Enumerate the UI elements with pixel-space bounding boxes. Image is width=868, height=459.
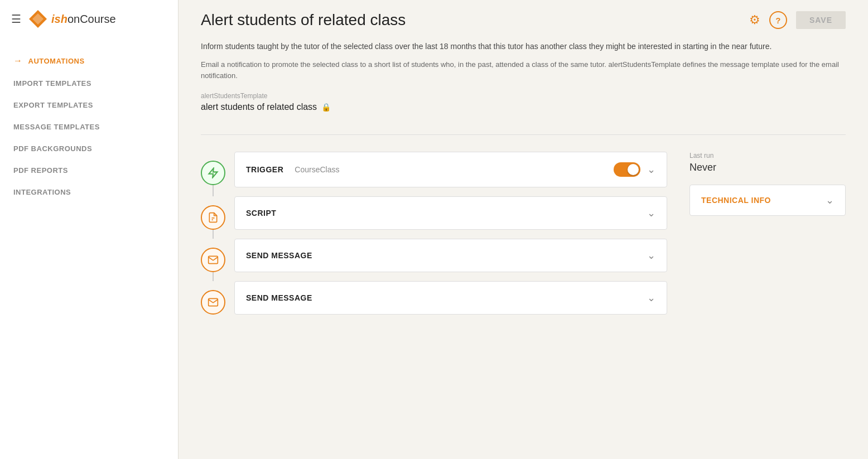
sidebar-item-pdf-backgrounds[interactable]: PDF BACKGROUNDS	[0, 138, 178, 160]
save-button[interactable]: SAVE	[796, 11, 846, 29]
script-chevron-icon[interactable]: ⌄	[647, 207, 655, 219]
lock-icon: 🔒	[321, 103, 331, 112]
settings-button[interactable]: ⚙	[749, 13, 760, 27]
last-run-block: Last run Never	[689, 152, 846, 173]
sidebar-item-integrations[interactable]: INTEGRATIONS	[0, 181, 178, 203]
trigger-card-header[interactable]: TRIGGER CourseClass ⌄	[235, 152, 667, 187]
template-label: alertStudentsTemplate	[201, 92, 846, 100]
logo-diamond-icon	[28, 9, 48, 29]
svg-marker-2	[209, 168, 218, 178]
trigger-card-right: ⌄	[614, 162, 655, 177]
hamburger-icon[interactable]: ☰	[11, 12, 21, 26]
connector-1	[213, 185, 214, 196]
toggle-track	[614, 162, 640, 177]
send-message-1-title: SEND MESSAGE	[246, 251, 312, 260]
send-message-1-icon	[201, 248, 225, 272]
connector-3	[213, 272, 214, 281]
send-message-2-card-left: SEND MESSAGE	[246, 293, 312, 302]
sidebar-item-pdf-reports[interactable]: PDF REPORTS	[0, 160, 178, 181]
technical-info-title: TECHNICAL INFO	[701, 196, 771, 205]
sidebar-nav: → AUTOMATIONS IMPORT TEMPLATES EXPORT TE…	[0, 38, 178, 459]
sidebar-item-automations[interactable]: → AUTOMATIONS	[0, 49, 178, 73]
technical-info-block: TECHNICAL INFO ⌄	[689, 185, 846, 216]
description-text-1: Inform students taught by the tutor of t…	[201, 40, 846, 52]
workflow-column: TRIGGER CourseClass ⌄	[201, 152, 667, 323]
sidebar: ☰ ishonCourse → AUTOMATIONS IMPORT TEMPL…	[0, 0, 179, 459]
send-message-2-card: SEND MESSAGE ⌄	[234, 281, 667, 315]
trigger-card-left: TRIGGER CourseClass	[246, 165, 339, 174]
send-message-2-card-right: ⌄	[647, 292, 655, 304]
nav-arrow-icon: →	[13, 56, 23, 66]
send-message-1-icons-track	[201, 239, 225, 281]
send-message-2-chevron-icon[interactable]: ⌄	[647, 292, 655, 304]
script-card: SCRIPT ⌄	[234, 196, 667, 230]
send-message-1-card-right: ⌄	[647, 249, 655, 262]
script-card-right: ⌄	[647, 207, 655, 219]
trigger-card: TRIGGER CourseClass ⌄	[234, 152, 667, 187]
send-message-1-chevron-icon[interactable]: ⌄	[647, 249, 655, 262]
sidebar-item-message-templates[interactable]: MESSAGE TEMPLATES	[0, 116, 178, 138]
template-field: alertStudentsTemplate alert students of …	[201, 92, 846, 112]
description-block: Inform students taught by the tutor of t…	[201, 40, 846, 112]
send-message-2-card-header[interactable]: SEND MESSAGE ⌄	[235, 282, 667, 314]
logo: ishonCourse	[28, 9, 116, 29]
topbar-actions: ⚙ ? SAVE	[749, 11, 846, 29]
main-content: Alert students of related class ⚙ ? SAVE…	[179, 0, 868, 459]
content-area: Inform students taught by the tutor of t…	[179, 35, 868, 346]
trigger-chevron-icon[interactable]: ⌄	[647, 163, 655, 176]
description-text-2: Email a notification to promote the sele…	[201, 59, 846, 81]
trigger-subtitle: CourseClass	[295, 165, 339, 174]
send-message-2-icon	[201, 290, 225, 315]
trigger-icon	[201, 161, 225, 185]
trigger-toggle[interactable]	[614, 162, 640, 177]
send-message-1-card-header[interactable]: SEND MESSAGE ⌄	[235, 239, 667, 272]
connector-2	[213, 230, 214, 239]
script-step-row: SCRIPT ⌄	[201, 196, 667, 239]
send-message-2-icons-track	[201, 281, 225, 323]
divider	[201, 134, 846, 135]
workflow-area: TRIGGER CourseClass ⌄	[201, 152, 846, 323]
technical-info-header[interactable]: TECHNICAL INFO ⌄	[690, 185, 845, 215]
page-title: Alert students of related class	[201, 11, 406, 29]
sidebar-item-import-templates[interactable]: IMPORT TEMPLATES	[0, 73, 178, 94]
trigger-icons-track	[201, 152, 225, 196]
send-message-1-card-left: SEND MESSAGE	[246, 251, 312, 260]
trigger-title: TRIGGER	[246, 165, 283, 174]
send-message-2-title: SEND MESSAGE	[246, 293, 312, 302]
script-card-header[interactable]: SCRIPT ⌄	[235, 197, 667, 229]
script-title: SCRIPT	[246, 209, 276, 218]
sidebar-header: ☰ ishonCourse	[0, 0, 178, 38]
sidebar-item-export-templates[interactable]: EXPORT TEMPLATES	[0, 94, 178, 116]
send-message-1-step-row: SEND MESSAGE ⌄	[201, 239, 667, 281]
last-run-value: Never	[689, 162, 846, 173]
send-message-1-card: SEND MESSAGE ⌄	[234, 239, 667, 272]
script-card-left: SCRIPT	[246, 209, 276, 218]
topbar: Alert students of related class ⚙ ? SAVE	[179, 0, 868, 35]
send-message-2-step-row: SEND MESSAGE ⌄	[201, 281, 667, 323]
script-icon	[201, 205, 225, 230]
toggle-thumb	[628, 164, 639, 175]
right-column: Last run Never TECHNICAL INFO ⌄	[689, 152, 846, 216]
last-run-label: Last run	[689, 152, 846, 160]
template-value: alert students of related class 🔒	[201, 102, 846, 112]
trigger-step-row: TRIGGER CourseClass ⌄	[201, 152, 667, 196]
script-icons-track	[201, 196, 225, 239]
help-button[interactable]: ?	[769, 11, 787, 29]
logo-text: ishonCourse	[51, 13, 116, 26]
technical-info-chevron-icon[interactable]: ⌄	[826, 194, 834, 206]
